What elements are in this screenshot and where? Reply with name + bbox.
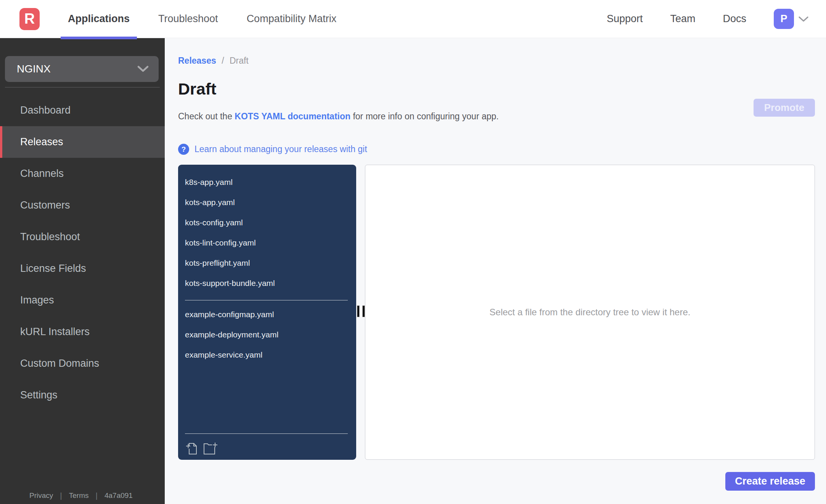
sidebar-item-dashboard[interactable]: Dashboard <box>0 95 165 126</box>
support-link[interactable]: Support <box>607 13 643 25</box>
add-folder-icon[interactable] <box>203 442 218 455</box>
footer-separator: | <box>60 491 62 500</box>
file-tree-actions <box>186 442 218 455</box>
resize-grip-bar <box>357 306 359 317</box>
selected-app-name: NGINX <box>17 63 51 75</box>
sidebar-item-troubleshoot[interactable]: Troubleshoot <box>0 221 165 253</box>
sidebar-item-custom-domains[interactable]: Custom Domains <box>0 348 165 379</box>
top-nav: R Applications Troubleshoot Compatibilit… <box>0 0 826 38</box>
question-glyph: ? <box>182 145 186 154</box>
file-tree-panel: k8s-app.yaml kots-app.yaml kots-config.y… <box>178 165 356 460</box>
create-release-button[interactable]: Create release <box>725 472 815 491</box>
panel-resize-handle[interactable] <box>356 165 365 460</box>
description-prefix: Check out the <box>178 111 235 121</box>
viewer-placeholder-text: Select a file from the directory tree to… <box>490 307 691 318</box>
kots-yaml-docs-link[interactable]: KOTS YAML documentation <box>235 111 350 121</box>
file-kots-support-bundle[interactable]: kots-support-bundle.yaml <box>178 273 356 293</box>
primary-nav: Applications Troubleshoot Compatibility … <box>68 0 336 38</box>
page-description: Check out the KOTS YAML documentation fo… <box>178 110 815 122</box>
page-actions: Create release <box>178 472 815 491</box>
app-selector-dropdown[interactable]: NGINX <box>5 56 159 82</box>
sidebar-footer: Privacy | Terms | 4a7a091 <box>0 491 165 500</box>
file-example-service[interactable]: example-service.yaml <box>178 345 356 365</box>
promote-button[interactable]: Promote <box>754 99 815 117</box>
docs-link[interactable]: Docs <box>723 13 746 25</box>
resize-grip-bar <box>363 306 365 317</box>
top-nav-right: Support Team Docs P <box>607 9 808 29</box>
sidebar-item-kurl-installers[interactable]: kURL Installers <box>0 316 165 348</box>
privacy-link[interactable]: Privacy <box>29 491 53 500</box>
replicated-logo[interactable]: R <box>19 8 40 30</box>
breadcrumb-separator: / <box>222 56 224 66</box>
avatar-initial: P <box>780 13 787 25</box>
sidebar-item-license-fields[interactable]: License Fields <box>0 253 165 284</box>
vendor-portal-app: R Applications Troubleshoot Compatibilit… <box>0 0 826 504</box>
chevron-down-icon <box>799 16 808 22</box>
file-viewer-panel: Select a file from the directory tree to… <box>365 165 815 460</box>
description-suffix: for more info on configuring your app. <box>350 111 499 121</box>
page-shell: NGINX Dashboard Releases Channels Custom… <box>0 38 826 504</box>
terms-link[interactable]: Terms <box>69 491 89 500</box>
build-hash: 4a7a091 <box>104 491 133 500</box>
editor-panels: k8s-app.yaml kots-app.yaml kots-config.y… <box>178 165 815 460</box>
sidebar-item-customers[interactable]: Customers <box>0 189 165 221</box>
add-file-icon[interactable] <box>186 442 198 455</box>
main-content: Releases / Draft Draft Check out the KOT… <box>165 38 826 504</box>
account-menu[interactable]: P <box>774 9 808 29</box>
question-icon: ? <box>178 144 189 155</box>
file-kots-lint-config[interactable]: kots-lint-config.yaml <box>178 233 356 253</box>
file-tree-divider <box>185 300 348 300</box>
sidebar-item-channels[interactable]: Channels <box>0 158 165 189</box>
breadcrumb-releases-link[interactable]: Releases <box>178 56 216 66</box>
git-help-row: ? Learn about managing your releases wit… <box>178 144 815 155</box>
tab-compatibility-matrix[interactable]: Compatibility Matrix <box>247 0 337 38</box>
sidebar-item-releases[interactable]: Releases <box>0 126 165 158</box>
file-k8s-app[interactable]: k8s-app.yaml <box>178 172 356 192</box>
file-tree-footer-divider <box>185 433 348 434</box>
sidebar-nav: Dashboard Releases Channels Customers Tr… <box>0 95 165 411</box>
file-kots-app[interactable]: kots-app.yaml <box>178 192 356 212</box>
file-kots-preflight[interactable]: kots-preflight.yaml <box>178 253 356 273</box>
avatar[interactable]: P <box>774 9 794 29</box>
file-example-deployment[interactable]: example-deployment.yaml <box>178 324 356 345</box>
file-example-configmap[interactable]: example-configmap.yaml <box>178 304 356 324</box>
tab-applications[interactable]: Applications <box>68 0 130 38</box>
sidebar-item-images[interactable]: Images <box>0 284 165 316</box>
logo-letter: R <box>24 11 35 27</box>
chevron-down-icon <box>137 66 149 72</box>
breadcrumb: Releases / Draft <box>178 56 815 66</box>
sidebar: NGINX Dashboard Releases Channels Custom… <box>0 38 165 504</box>
file-kots-config[interactable]: kots-config.yaml <box>178 212 356 233</box>
git-releases-help-link[interactable]: Learn about managing your releases with … <box>194 144 367 154</box>
page-title: Draft <box>178 80 815 98</box>
team-link[interactable]: Team <box>670 13 695 25</box>
sidebar-divider <box>5 87 160 88</box>
sidebar-item-settings[interactable]: Settings <box>0 379 165 411</box>
footer-separator: | <box>96 491 98 500</box>
tab-troubleshoot[interactable]: Troubleshoot <box>158 0 218 38</box>
breadcrumb-current: Draft <box>230 56 249 66</box>
